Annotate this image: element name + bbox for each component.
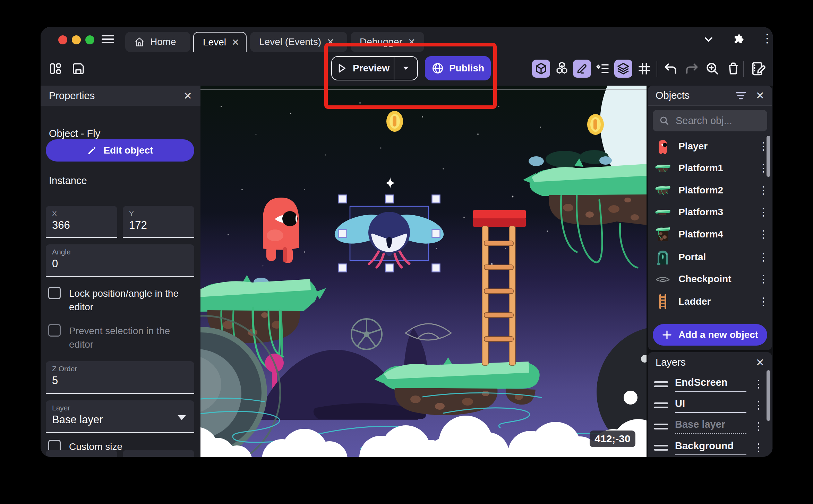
search-input[interactable] (675, 115, 756, 127)
height-field-partial[interactable] (123, 450, 194, 457)
grid-icon[interactable] (634, 59, 654, 79)
layer-name[interactable]: EndScreen (675, 377, 746, 392)
maximize-window-button[interactable] (85, 35, 94, 44)
play-icon (336, 63, 347, 74)
layer-menu-icon[interactable]: ⋮ (753, 442, 760, 453)
object-item-checkpoint[interactable]: Checkpoint ⋮ (648, 268, 772, 290)
objects-scrollbar[interactable] (767, 136, 770, 177)
close-panel-icon[interactable]: ✕ (183, 90, 192, 102)
preview-button[interactable]: Preview (331, 56, 418, 80)
close-tab-icon[interactable]: ✕ (327, 37, 334, 47)
layers-scrollbar[interactable] (767, 370, 770, 421)
object-item-portal[interactable]: Portal ⋮ (648, 246, 772, 268)
layer-menu-icon[interactable]: ⋮ (753, 421, 760, 432)
angle-field[interactable]: Angle 0 (46, 244, 194, 277)
close-window-button[interactable] (58, 35, 67, 44)
layer-name[interactable]: UI (675, 398, 746, 413)
object-label: Checkpoint (678, 273, 751, 285)
tab-level-events[interactable]: Level (Events) ✕ (250, 32, 347, 52)
object-menu-icon[interactable]: ⋮ (758, 274, 765, 284)
trash-icon[interactable] (723, 59, 743, 79)
lock-position-checkbox-row[interactable]: Lock position/angle in the editor (48, 287, 190, 314)
instances-list-icon[interactable] (593, 59, 613, 79)
drag-handle-icon[interactable] (654, 379, 668, 390)
object-item-platform3[interactable]: Platform3 ⋮ (648, 201, 772, 223)
main-menu-icon[interactable] (102, 33, 114, 45)
tab-debugger[interactable]: Debugger ✕ (351, 32, 424, 52)
object-menu-icon[interactable]: ⋮ (758, 185, 765, 195)
checkbox[interactable] (48, 324, 61, 337)
layer-row-base-layer[interactable]: Base layer ⋮ (648, 416, 772, 437)
close-tab-icon[interactable]: ✕ (408, 37, 416, 47)
add-new-object-button[interactable]: Add a new object (653, 324, 767, 346)
close-panel-icon[interactable]: ✕ (756, 89, 764, 102)
preview-dropdown-arrow[interactable] (394, 57, 417, 80)
undo-icon[interactable] (661, 59, 681, 79)
coin[interactable] (386, 111, 403, 132)
edit-object-button[interactable]: Edit object (46, 139, 194, 162)
filter-icon[interactable] (735, 90, 747, 101)
object-menu-icon[interactable]: ⋮ (758, 207, 765, 217)
object-item-ladder[interactable]: Ladder ⋮ (648, 291, 772, 312)
width-field-partial[interactable] (46, 450, 117, 457)
object-menu-icon[interactable]: ⋮ (758, 229, 765, 240)
close-panel-icon[interactable]: ✕ (756, 356, 764, 368)
plus-icon (662, 330, 672, 340)
scene-properties-icon[interactable] (748, 59, 768, 79)
layer-name[interactable]: Background (675, 440, 746, 455)
layers-icon[interactable] (614, 60, 632, 78)
objects-panel-header: Objects ✕ (648, 86, 772, 106)
tab-level[interactable]: Level ✕ (193, 32, 247, 52)
object-item-platform1[interactable]: Platform1 ⋮ (648, 157, 772, 179)
prevent-selection-checkbox-row[interactable]: Prevent selection in the editor (48, 324, 190, 351)
redo-icon[interactable] (682, 59, 702, 79)
drag-handle-icon[interactable] (654, 421, 668, 432)
layer-row-background[interactable]: Background ⋮ (648, 437, 772, 457)
layer-row-endscreen[interactable]: EndScreen ⋮ (648, 374, 772, 394)
objects-cubes-icon[interactable] (552, 59, 572, 79)
preview-button-main[interactable]: Preview (332, 57, 394, 80)
close-tab-icon[interactable]: ✕ (232, 37, 239, 48)
publish-button[interactable]: Publish (425, 56, 491, 80)
layer-menu-icon[interactable]: ⋮ (753, 379, 760, 389)
layer-select[interactable]: Layer Base layer (46, 400, 194, 433)
publish-label: Publish (449, 63, 484, 74)
layer-row-ui[interactable]: UI ⋮ (648, 395, 772, 416)
edit-pencil-icon[interactable] (573, 60, 591, 78)
chevron-down-icon[interactable] (702, 33, 715, 46)
y-field-label: Y (129, 209, 188, 218)
object-item-platform4[interactable]: Platform4 ⋮ (648, 224, 772, 245)
objects-search-box[interactable] (653, 110, 767, 131)
object-label: Platform3 (678, 207, 751, 218)
scene-canvas[interactable]: 412;-30 (200, 86, 647, 457)
minimize-window-button[interactable] (72, 35, 81, 44)
layers-panel-header: Layers ✕ (648, 352, 772, 372)
object-menu-icon[interactable]: ⋮ (758, 296, 765, 307)
save-icon[interactable] (68, 59, 88, 79)
drag-handle-icon[interactable] (654, 442, 668, 453)
object-item-player[interactable]: Player ⋮ (648, 136, 772, 157)
extensions-puzzle-icon[interactable] (731, 33, 744, 46)
toggle-panels-icon[interactable] (45, 59, 66, 79)
object-menu-icon[interactable]: ⋮ (758, 163, 765, 173)
platform-sprite-icon (655, 204, 671, 220)
object-menu-icon[interactable]: ⋮ (758, 252, 765, 262)
coin[interactable] (587, 114, 604, 135)
drag-handle-icon[interactable] (654, 400, 668, 411)
y-field[interactable]: Y 172 (123, 206, 194, 238)
object-item-platform2[interactable]: Platform2 ⋮ (648, 180, 772, 201)
layer-name[interactable]: Base layer (675, 419, 746, 434)
z-order-field[interactable]: Z Order 5 (46, 361, 194, 394)
checkbox[interactable] (48, 287, 61, 299)
layer-menu-icon[interactable]: ⋮ (753, 400, 760, 410)
kebab-menu-icon[interactable]: ⋮ (761, 31, 773, 45)
zoom-in-icon[interactable] (702, 59, 722, 79)
cursor-coordinates-badge: 412;-30 (590, 431, 635, 447)
x-field-value: 366 (52, 219, 111, 232)
tab-label: Level (Events) (259, 36, 321, 47)
tab-home[interactable]: Home (125, 32, 190, 52)
x-field[interactable]: X 366 (46, 206, 117, 238)
object-menu-icon[interactable]: ⋮ (758, 141, 765, 151)
add-new-object-label: Add a new object (678, 329, 758, 340)
3d-view-icon[interactable] (532, 60, 550, 78)
